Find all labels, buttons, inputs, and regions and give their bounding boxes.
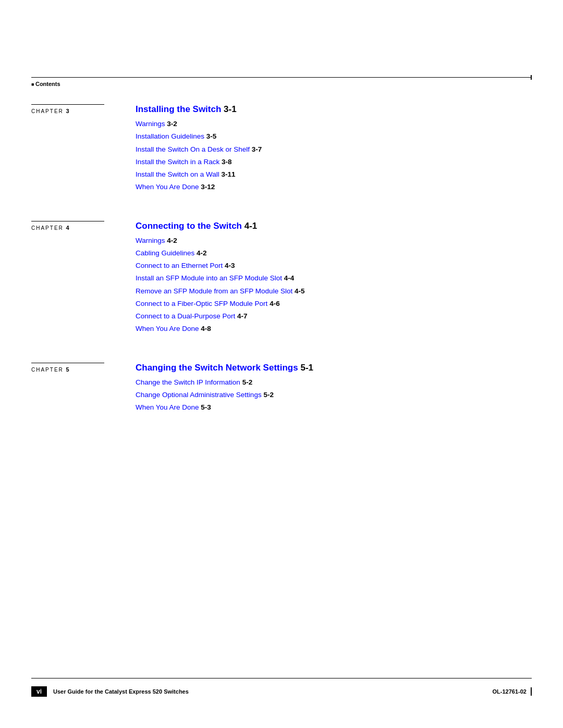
toc-entry-3-4[interactable]: Install the Switch on a Wall 3-11 — [136, 169, 532, 180]
chapter-entries-3: Installing the Switch 3-1Warnings 3-2Ins… — [136, 104, 532, 195]
chapter-number-5: 5 — [66, 366, 70, 373]
footer: vi User Guide for the Catalyst Express 5… — [31, 686, 532, 697]
footer-document-title: User Guide for the Catalyst Express 520 … — [53, 688, 189, 695]
main-content: CHAPTER 3Installing the Switch 3-1Warnin… — [31, 104, 532, 441]
chapter-title-3[interactable]: Installing the Switch 3-1 — [136, 104, 532, 115]
toc-entry-4-5[interactable]: Connect to a Fiber-Optic SFP Module Port… — [136, 299, 532, 309]
footer-right: OL-12761-02 — [493, 687, 532, 696]
chapter-entries-5: Changing the Switch Network Settings 5-1… — [136, 363, 532, 415]
chapter-label-text-5: CHAPTER — [31, 367, 66, 373]
chapter-title-5[interactable]: Changing the Switch Network Settings 5-1 — [136, 363, 532, 373]
chapter-rule-5 — [31, 363, 104, 363]
page-container: Contents CHAPTER 3Installing the Switch … — [0, 0, 563, 728]
chapter-label-col-4: CHAPTER 4 — [31, 221, 136, 337]
chapters-container: CHAPTER 3Installing the Switch 3-1Warnin… — [31, 104, 532, 415]
toc-entry-4-2[interactable]: Connect to an Ethernet Port 4-3 — [136, 261, 532, 271]
toc-entry-3-3[interactable]: Install the Switch in a Rack 3-8 — [136, 157, 532, 167]
toc-entry-3-0[interactable]: Warnings 3-2 — [136, 119, 532, 129]
top-rule — [31, 77, 532, 78]
footer-left: vi User Guide for the Catalyst Express 5… — [31, 686, 189, 697]
toc-entry-3-2[interactable]: Install the Switch On a Desk or Shelf 3-… — [136, 144, 532, 155]
toc-entry-3-5[interactable]: When You Are Done 3-12 — [136, 182, 532, 192]
footer-vertical-rule — [531, 687, 532, 696]
toc-entry-5-1[interactable]: Change Optional Administrative Settings … — [136, 390, 532, 400]
chapter-label-text-3: CHAPTER — [31, 108, 66, 114]
toc-entry-5-0[interactable]: Change the Switch IP Information 5-2 — [136, 377, 532, 388]
chapter-title-4[interactable]: Connecting to the Switch 4-1 — [136, 221, 532, 231]
toc-entry-4-3[interactable]: Install an SFP Module into an SFP Module… — [136, 273, 532, 283]
chapter-label-text-4: CHAPTER — [31, 225, 66, 231]
toc-entry-4-4[interactable]: Remove an SFP Module from an SFP Module … — [136, 286, 532, 297]
footer-page-number: vi — [31, 686, 47, 697]
chapter-number-3: 3 — [66, 108, 70, 114]
chapter-rule-4 — [31, 221, 104, 221]
toc-entry-4-0[interactable]: Warnings 4-2 — [136, 236, 532, 246]
chapter-label-col-5: CHAPTER 5 — [31, 363, 136, 415]
chapter-rule-3 — [31, 104, 104, 105]
toc-entry-3-1[interactable]: Installation Guidelines 3-5 — [136, 131, 532, 142]
chapter-number-4: 4 — [66, 225, 70, 231]
toc-entry-4-6[interactable]: Connect to a Dual-Purpose Port 4-7 — [136, 311, 532, 322]
chapter-section-5: CHAPTER 5Changing the Switch Network Set… — [31, 363, 532, 415]
toc-entry-5-2[interactable]: When You Are Done 5-3 — [136, 402, 532, 413]
chapter-section-3: CHAPTER 3Installing the Switch 3-1Warnin… — [31, 104, 532, 195]
chapter-label-col-3: CHAPTER 3 — [31, 104, 136, 195]
toc-entry-4-7[interactable]: When You Are Done 4-8 — [136, 324, 532, 334]
toc-entry-4-1[interactable]: Cabling Guidelines 4-2 — [136, 248, 532, 258]
footer-doc-number: OL-12761-02 — [493, 688, 527, 695]
chapter-entries-4: Connecting to the Switch 4-1Warnings 4-2… — [136, 221, 532, 337]
chapter-section-4: CHAPTER 4Connecting to the Switch 4-1War… — [31, 221, 532, 337]
footer-rule — [31, 678, 532, 678]
header-contents-label: Contents — [31, 81, 60, 87]
